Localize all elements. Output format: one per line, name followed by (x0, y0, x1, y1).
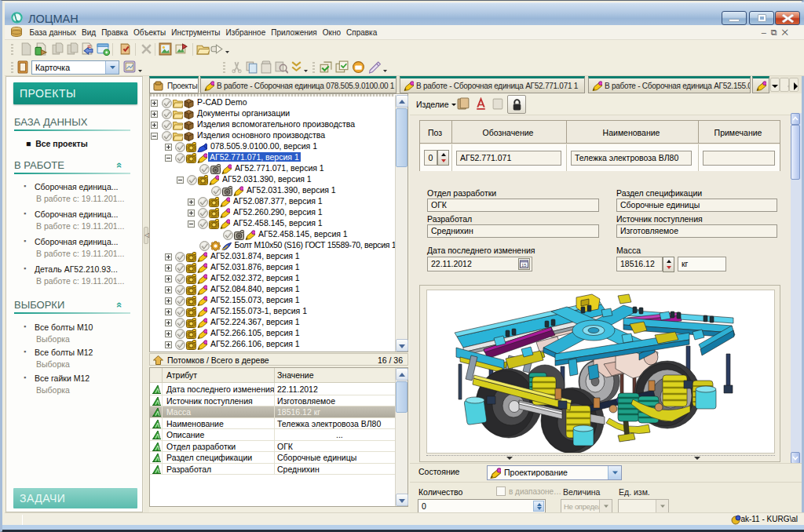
svg-text:15: 15 (521, 263, 527, 268)
